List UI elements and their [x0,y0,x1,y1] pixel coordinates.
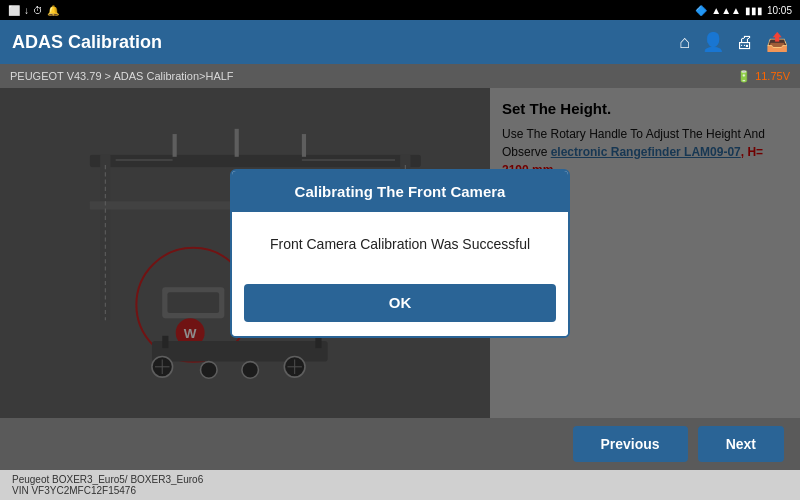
modal-overlay: Calibrating The Front Camera Front Camer… [0,88,800,418]
status-icon-2: ↓ [24,5,29,16]
modal-title: Calibrating The Front Camera [232,171,568,212]
footer: Peugeot BOXER3_Euro5/ BOXER3_Euro6 VIN V… [0,470,800,500]
status-right-area: 🔷 ▲▲▲ ▮▮▮ 10:05 [695,5,792,16]
print-icon[interactable]: 🖨 [736,32,754,53]
export-icon[interactable]: 📤 [766,31,788,53]
vehicle-info: Peugeot BOXER3_Euro5/ BOXER3_Euro6 VIN V… [12,474,203,496]
status-icon-4: 🔔 [47,5,59,16]
status-left-icons: ⬜ ↓ ⏱ 🔔 [8,5,59,16]
signal-icon: ▲▲▲ [711,5,741,16]
clock: 10:05 [767,5,792,16]
home-icon[interactable]: ⌂ [679,32,690,53]
status-icon-1: ⬜ [8,5,20,16]
bluetooth-icon: 🔷 [695,5,707,16]
modal-footer: OK [232,276,568,336]
breadcrumb: PEUGEOT V43.79 > ADAS Calibration>HALF [10,70,234,82]
ok-button[interactable]: OK [244,284,556,322]
previous-button[interactable]: Previous [573,426,688,462]
status-icon-3: ⏱ [33,5,43,16]
modal-message: Front Camera Calibration Was Successful [232,212,568,276]
action-bar: Previous Next [0,418,800,470]
breadcrumb-bar: PEUGEOT V43.79 > ADAS Calibration>HALF 🔋… [0,64,800,88]
vehicle-line1: Peugeot BOXER3_Euro5/ BOXER3_Euro6 [12,474,203,485]
header: ADAS Calibration ⌂ 👤 🖨 📤 [0,20,800,64]
user-icon[interactable]: 👤 [702,31,724,53]
vehicle-line2: VIN VF3YC2MFC12F15476 [12,485,203,496]
main-area: W Set The Height. Us [0,88,800,418]
voltage-display: 🔋 11.75V [737,70,790,83]
header-icons: ⌂ 👤 🖨 📤 [679,31,788,53]
next-button[interactable]: Next [698,426,784,462]
status-bar: ⬜ ↓ ⏱ 🔔 🔷 ▲▲▲ ▮▮▮ 10:05 [0,0,800,20]
app-title: ADAS Calibration [12,32,162,53]
battery-icon: ▮▮▮ [745,5,763,16]
modal-dialog: Calibrating The Front Camera Front Camer… [230,169,570,338]
battery-small-icon: 🔋 [737,70,751,83]
